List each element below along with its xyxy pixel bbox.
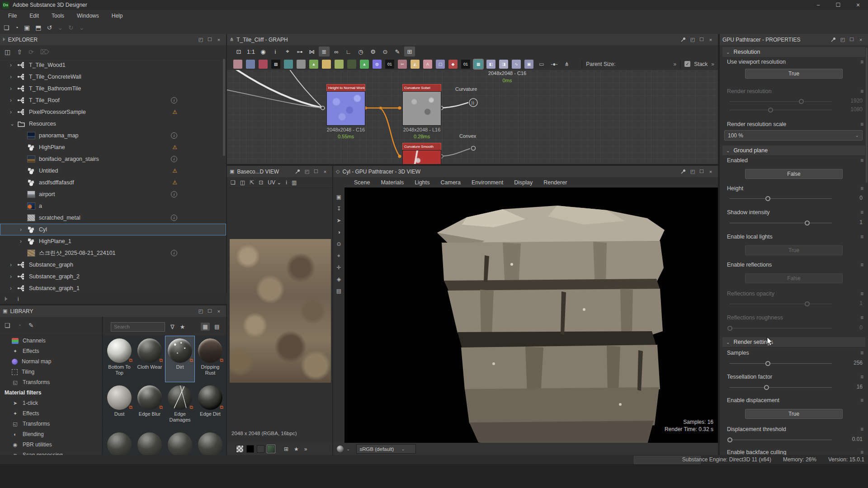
library-category[interactable]: ◱ Transforms — [0, 377, 102, 388]
graph-node-curvature-smooth[interactable]: Curvature Smooth — [402, 143, 441, 164]
histogram-icon[interactable]: ▥ — [292, 179, 297, 186]
graph-tool-icon[interactable]: ⊞ — [404, 47, 415, 56]
expand-chevron-icon[interactable]: › — [10, 97, 17, 103]
reflections-opacity-slider[interactable] — [730, 301, 832, 307]
material-thumbnail[interactable]: ⧉ — [135, 430, 165, 455]
menu-item[interactable]: Edit — [23, 13, 45, 19]
graph-tool-icon[interactable]: ◉ — [258, 47, 269, 56]
prop-menu-icon[interactable]: ≡ — [860, 262, 863, 268]
tree-item[interactable]: › T_Tile_BathroomTile — [0, 83, 226, 94]
library-category[interactable]: ✦ Effects — [0, 408, 102, 419]
view3d-tool-icon[interactable]: ➤ — [336, 217, 341, 224]
prop-menu-icon[interactable]: ≡ — [860, 185, 863, 192]
node-type-icon[interactable]: ∿ — [512, 60, 521, 69]
tree-item[interactable]: › Substance_graph — [0, 259, 226, 271]
filter-icon[interactable]: ∇ — [170, 324, 175, 330]
expand-chevron-icon[interactable]: › — [10, 85, 17, 92]
bg-grey-swatch[interactable] — [257, 445, 264, 453]
render-viewport[interactable]: Samples: 16 Render Time: 0.32 s — [344, 188, 718, 443]
toolbar-icon[interactable]: ❏ — [4, 24, 9, 31]
material-thumbnail[interactable]: ⧉ Edge Blur — [135, 383, 165, 429]
material-thumbnail[interactable]: ⧉ Dust — [104, 383, 134, 429]
node-type-icon[interactable]: ✂ — [398, 60, 407, 69]
view3d-menu-item[interactable]: Display — [509, 179, 537, 186]
pin-icon[interactable] — [829, 37, 838, 43]
tree-item[interactable]: airport i — [0, 188, 226, 200]
toolbar-icon[interactable]: ⌄ — [79, 24, 85, 31]
minimize-button[interactable]: – — [808, 0, 828, 10]
library-tool-icon[interactable]: ✎ — [28, 322, 34, 329]
node-type-icon[interactable]: -●- — [550, 60, 559, 69]
node-type-icon[interactable]: ◧ — [486, 60, 495, 69]
tree-item[interactable]: HighPlane ⚠ — [0, 141, 226, 153]
view2d-tool-icon[interactable]: ❏ — [231, 179, 236, 186]
graph-tool-icon[interactable]: ≣ — [319, 47, 330, 56]
bg-checker-swatch[interactable] — [236, 445, 244, 453]
material-thumbnail[interactable]: ⧉ — [165, 430, 195, 455]
expand-chevron-icon[interactable]: › — [10, 273, 17, 280]
library-category[interactable]: Tiling — [0, 367, 102, 377]
graph-tool-icon[interactable]: 1:1 — [245, 47, 256, 56]
tree-item[interactable]: 스크린샷_2025-08-21_224101 i — [0, 247, 226, 259]
node-type-icon[interactable]: ▦ — [474, 60, 483, 69]
prop-menu-icon[interactable]: ≡ — [860, 314, 863, 321]
node-type-icon[interactable] — [246, 60, 255, 69]
graph-tool-icon[interactable]: ⋈ — [307, 47, 317, 56]
node-type-icon[interactable]: ▲ — [309, 60, 318, 69]
local-lights-toggle[interactable]: True — [745, 245, 843, 255]
section-resolution[interactable]: ⌄Resolution — [722, 47, 865, 57]
node-type-icon[interactable]: A — [423, 60, 432, 69]
tree-item[interactable]: Untitled ⚠ — [0, 165, 226, 177]
library-category[interactable]: ◐ Blending — [0, 429, 102, 440]
tree-item[interactable]: ⌄ Resources — [0, 118, 226, 130]
tree-item[interactable]: › Substance_graph_2 — [0, 271, 226, 282]
node-type-icon[interactable]: 01 — [385, 60, 394, 69]
section-ground-plane[interactable]: ⌄Ground plane — [722, 145, 865, 156]
material-thumbnail[interactable]: ⧉ Dripping Rust — [195, 336, 225, 382]
float-icon[interactable]: ◰ — [196, 308, 205, 314]
prop-menu-icon[interactable]: ≡ — [860, 426, 863, 432]
render-height-slider[interactable] — [730, 107, 832, 113]
search-input[interactable] — [111, 322, 165, 332]
explorer-tool-icon[interactable]: ◫ — [5, 48, 10, 56]
view2d-tool-icon[interactable]: ⊡ — [259, 179, 263, 186]
prop-menu-icon[interactable]: ≡ — [860, 291, 863, 297]
view3d-tool-icon[interactable]: ▤ — [336, 288, 341, 294]
node-type-icon[interactable] — [297, 60, 306, 69]
prop-menu-icon[interactable]: ≡ — [860, 374, 863, 380]
material-dropdown-chevron[interactable]: ⌄ — [346, 446, 350, 451]
view3d-tool-icon[interactable]: ✛ — [336, 264, 341, 271]
expand-chevron-icon[interactable]: › — [10, 262, 17, 268]
toolbar-icon[interactable]: ⌄ — [57, 24, 63, 31]
tree-item[interactable]: › T_Tile_ConcreteWall — [0, 71, 226, 83]
reflections-toggle[interactable]: False — [745, 273, 843, 283]
close-icon[interactable]: × — [856, 37, 865, 42]
maximize-icon[interactable]: ☐ — [697, 37, 706, 42]
close-icon[interactable]: × — [321, 169, 330, 174]
view2d-tool-icon[interactable]: ⇱ — [250, 179, 254, 186]
prop-menu-icon[interactable]: ≡ — [860, 157, 863, 164]
view-mode-icon[interactable]: ▦ — [201, 323, 210, 331]
prop-menu-icon[interactable]: ≡ — [860, 88, 863, 94]
node-type-icon[interactable]: 01 — [461, 60, 470, 69]
explorer-tool-icon[interactable]: ⇧ — [17, 48, 22, 56]
tessellation-slider[interactable] — [730, 385, 832, 390]
prop-menu-icon[interactable]: ≡ — [860, 59, 863, 65]
uv-dropdown[interactable]: UV ⌄ — [268, 179, 281, 186]
view3d-tool-icon[interactable]: ⌖ — [337, 253, 340, 259]
tree-item[interactable]: asdfsdffafasdf ⚠ — [0, 177, 226, 188]
prop-menu-icon[interactable]: ≡ — [860, 209, 863, 216]
close-button[interactable]: × — [848, 0, 868, 10]
node-type-icon[interactable]: ▭ — [537, 60, 546, 69]
node-type-icon[interactable]: ▧ — [271, 60, 280, 69]
close-icon[interactable]: × — [214, 309, 223, 314]
toolbar-icon[interactable]: ⬒ — [35, 24, 41, 31]
prop-menu-icon[interactable]: ≡ — [860, 449, 863, 455]
node-type-icon[interactable] — [284, 60, 293, 69]
reflections-roughness-slider[interactable] — [730, 325, 832, 331]
material-thumbnail[interactable]: ⧉ Edge Damages — [165, 383, 195, 429]
tree-item[interactable]: panorama_map i — [0, 130, 226, 141]
parent-size-expand[interactable]: » — [674, 61, 677, 67]
favorite-icon[interactable]: ★ — [180, 324, 185, 330]
view-mode-icon[interactable]: ▤ — [212, 323, 222, 331]
